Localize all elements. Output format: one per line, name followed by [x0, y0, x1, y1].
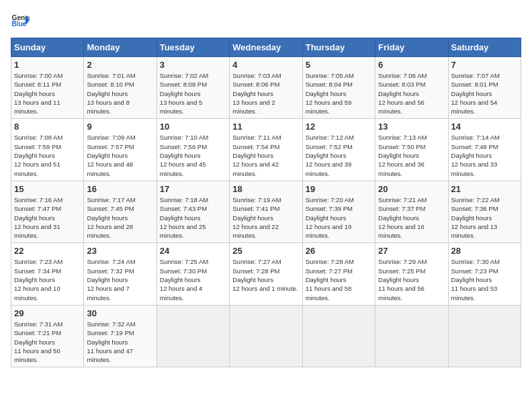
calendar-cell: [375, 305, 448, 367]
day-info: Sunrise: 7:19 AMSunset: 7:41 PMDaylight …: [232, 195, 299, 240]
calendar-cell: [157, 305, 229, 367]
day-number: 18: [232, 184, 299, 194]
day-info: Sunrise: 7:31 AMSunset: 7:21 PMDaylight …: [14, 320, 81, 364]
calendar-cell: [448, 305, 521, 367]
day-number: 16: [87, 184, 153, 194]
calendar-cell: 26Sunrise: 7:28 AMSunset: 7:27 PMDayligh…: [302, 243, 375, 305]
day-number: 29: [14, 308, 81, 318]
day-number: 12: [306, 122, 372, 132]
day-number: 6: [378, 60, 445, 70]
col-header-friday: Friday: [375, 38, 448, 57]
calendar-cell: 2Sunrise: 7:01 AMSunset: 8:10 PMDaylight…: [84, 57, 157, 119]
day-number: 14: [451, 122, 518, 132]
day-info: Sunrise: 7:22 AMSunset: 7:36 PMDaylight …: [451, 195, 518, 240]
day-number: 4: [232, 60, 299, 70]
day-number: 8: [14, 122, 81, 132]
calendar-cell: 24Sunrise: 7:25 AMSunset: 7:30 PMDayligh…: [157, 243, 229, 305]
day-info: Sunrise: 7:01 AMSunset: 8:10 PMDaylight …: [87, 71, 153, 116]
calendar-cell: 11Sunrise: 7:11 AMSunset: 7:54 PMDayligh…: [230, 119, 302, 181]
calendar-cell: 6Sunrise: 7:06 AMSunset: 8:03 PMDaylight…: [375, 57, 448, 119]
col-header-saturday: Saturday: [448, 38, 521, 57]
day-number: 23: [87, 246, 153, 256]
day-number: 27: [378, 246, 445, 256]
col-header-wednesday: Wednesday: [230, 38, 302, 57]
day-info: Sunrise: 7:28 AMSunset: 7:27 PMDaylight …: [306, 257, 372, 302]
day-number: 5: [306, 60, 372, 70]
calendar-cell: 30Sunrise: 7:32 AMSunset: 7:19 PMDayligh…: [84, 305, 157, 367]
day-info: Sunrise: 7:10 AMSunset: 7:56 PMDaylight …: [160, 133, 226, 177]
day-info: Sunrise: 7:21 AMSunset: 7:37 PMDaylight …: [378, 195, 445, 240]
col-header-monday: Monday: [84, 38, 157, 57]
calendar-cell: 5Sunrise: 7:05 AMSunset: 8:04 PMDaylight…: [302, 57, 375, 119]
day-info: Sunrise: 7:13 AMSunset: 7:50 PMDaylight …: [378, 133, 445, 177]
svg-text:Blue: Blue: [12, 20, 27, 28]
day-number: 7: [451, 60, 518, 70]
day-info: Sunrise: 7:12 AMSunset: 7:52 PMDaylight …: [306, 133, 372, 177]
logo-icon: General Blue: [11, 11, 30, 30]
page-header: General Blue: [11, 11, 521, 30]
day-info: Sunrise: 7:24 AMSunset: 7:32 PMDaylight …: [87, 257, 153, 302]
calendar-cell: 29Sunrise: 7:31 AMSunset: 7:21 PMDayligh…: [11, 305, 84, 367]
day-number: 1: [14, 60, 81, 70]
day-info: Sunrise: 7:30 AMSunset: 7:23 PMDaylight …: [451, 257, 518, 302]
week-row-1: 1Sunrise: 7:00 AMSunset: 8:11 PMDaylight…: [11, 57, 521, 119]
calendar-cell: 12Sunrise: 7:12 AMSunset: 7:52 PMDayligh…: [302, 119, 375, 181]
calendar-cell: 4Sunrise: 7:03 AMSunset: 8:06 PMDaylight…: [230, 57, 302, 119]
calendar-cell: [230, 305, 302, 367]
day-info: Sunrise: 7:32 AMSunset: 7:19 PMDaylight …: [87, 320, 153, 364]
day-info: Sunrise: 7:23 AMSunset: 7:34 PMDaylight …: [14, 257, 81, 302]
day-info: Sunrise: 7:02 AMSunset: 8:08 PMDaylight …: [160, 71, 226, 116]
calendar-cell: 1Sunrise: 7:00 AMSunset: 8:11 PMDaylight…: [11, 57, 84, 119]
calendar-cell: 16Sunrise: 7:17 AMSunset: 7:45 PMDayligh…: [84, 181, 157, 242]
day-number: 28: [451, 246, 518, 256]
header-row: SundayMondayTuesdayWednesdayThursdayFrid…: [11, 38, 521, 57]
day-info: Sunrise: 7:05 AMSunset: 8:04 PMDaylight …: [306, 71, 372, 116]
day-number: 26: [306, 246, 372, 256]
day-info: Sunrise: 7:00 AMSunset: 8:11 PMDaylight …: [14, 71, 81, 116]
col-header-sunday: Sunday: [11, 38, 84, 57]
calendar-cell: 7Sunrise: 7:07 AMSunset: 8:01 PMDaylight…: [448, 57, 521, 119]
day-info: Sunrise: 7:17 AMSunset: 7:45 PMDaylight …: [87, 195, 153, 240]
day-info: Sunrise: 7:20 AMSunset: 7:39 PMDaylight …: [306, 195, 372, 240]
calendar-cell: 17Sunrise: 7:18 AMSunset: 7:43 PMDayligh…: [157, 181, 229, 242]
day-info: Sunrise: 7:06 AMSunset: 8:03 PMDaylight …: [378, 71, 445, 116]
calendar-cell: 8Sunrise: 7:08 AMSunset: 7:59 PMDaylight…: [11, 119, 84, 181]
day-number: 3: [160, 60, 226, 70]
day-number: 2: [87, 60, 153, 70]
col-header-thursday: Thursday: [302, 38, 375, 57]
calendar-cell: 15Sunrise: 7:16 AMSunset: 7:47 PMDayligh…: [11, 181, 84, 242]
calendar-cell: 14Sunrise: 7:14 AMSunset: 7:48 PMDayligh…: [448, 119, 521, 181]
day-number: 19: [306, 184, 372, 194]
day-info: Sunrise: 7:14 AMSunset: 7:48 PMDaylight …: [451, 133, 518, 177]
calendar-cell: 18Sunrise: 7:19 AMSunset: 7:41 PMDayligh…: [230, 181, 302, 242]
day-number: 22: [14, 246, 81, 256]
day-number: 20: [378, 184, 445, 194]
calendar-cell: 28Sunrise: 7:30 AMSunset: 7:23 PMDayligh…: [448, 243, 521, 305]
calendar-cell: 19Sunrise: 7:20 AMSunset: 7:39 PMDayligh…: [302, 181, 375, 242]
day-info: Sunrise: 7:29 AMSunset: 7:25 PMDaylight …: [378, 257, 445, 302]
col-header-tuesday: Tuesday: [157, 38, 229, 57]
day-number: 15: [14, 184, 81, 194]
calendar-table: SundayMondayTuesdayWednesdayThursdayFrid…: [11, 38, 521, 367]
day-number: 24: [160, 246, 226, 256]
calendar-cell: [302, 305, 375, 367]
logo: General Blue: [11, 11, 30, 30]
day-number: 9: [87, 122, 153, 132]
week-row-3: 15Sunrise: 7:16 AMSunset: 7:47 PMDayligh…: [11, 181, 521, 242]
day-number: 25: [232, 246, 299, 256]
day-info: Sunrise: 7:16 AMSunset: 7:47 PMDaylight …: [14, 195, 81, 240]
day-number: 11: [232, 122, 299, 132]
day-number: 21: [451, 184, 518, 194]
day-info: Sunrise: 7:09 AMSunset: 7:57 PMDaylight …: [87, 133, 153, 177]
calendar-cell: 3Sunrise: 7:02 AMSunset: 8:08 PMDaylight…: [157, 57, 229, 119]
day-number: 17: [160, 184, 226, 194]
day-info: Sunrise: 7:27 AMSunset: 7:28 PMDaylight …: [232, 257, 299, 293]
calendar-cell: 27Sunrise: 7:29 AMSunset: 7:25 PMDayligh…: [375, 243, 448, 305]
day-info: Sunrise: 7:18 AMSunset: 7:43 PMDaylight …: [160, 195, 226, 240]
day-info: Sunrise: 7:08 AMSunset: 7:59 PMDaylight …: [14, 133, 81, 177]
day-number: 30: [87, 308, 153, 318]
day-info: Sunrise: 7:25 AMSunset: 7:30 PMDaylight …: [160, 257, 226, 302]
day-info: Sunrise: 7:07 AMSunset: 8:01 PMDaylight …: [451, 71, 518, 116]
week-row-2: 8Sunrise: 7:08 AMSunset: 7:59 PMDaylight…: [11, 119, 521, 181]
calendar-cell: 13Sunrise: 7:13 AMSunset: 7:50 PMDayligh…: [375, 119, 448, 181]
